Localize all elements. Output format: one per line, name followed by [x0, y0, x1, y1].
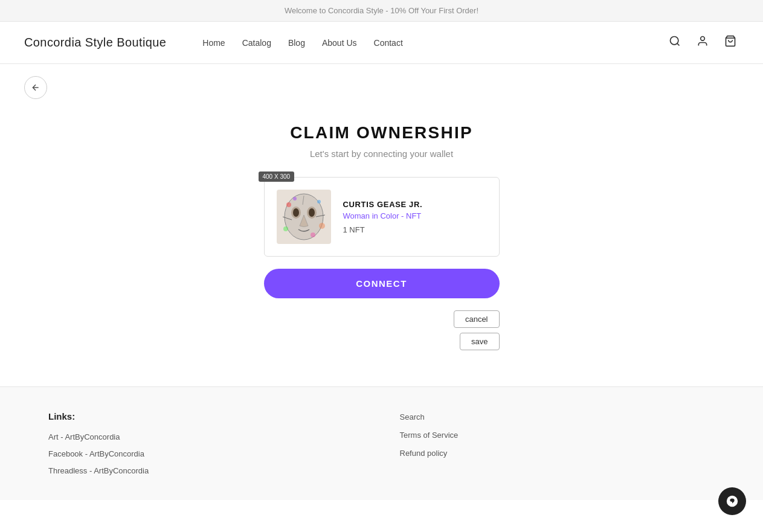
list-item: Art - ArtByConcordia — [48, 431, 364, 442]
svg-point-12 — [317, 200, 321, 204]
action-buttons: cancel save — [264, 310, 500, 350]
nav-home[interactable]: Home — [202, 38, 225, 48]
announcement-text: Welcome to Concordia Style - 10% Off You… — [285, 6, 478, 15]
footer-link-search[interactable]: Search — [400, 412, 425, 421]
nft-artist: CURTIS GEASE JR. — [343, 200, 423, 209]
site-footer: Links: Art - ArtByConcordia Facebook - A… — [0, 386, 763, 500]
footer-links-title: Links: — [48, 411, 364, 421]
announcement-bar: Welcome to Concordia Style - 10% Off You… — [0, 0, 763, 22]
arrow-left-icon — [31, 83, 40, 92]
svg-point-0 — [671, 37, 678, 45]
list-item: Search — [400, 411, 715, 422]
save-button[interactable]: save — [460, 333, 499, 350]
footer-link-facebook[interactable]: Facebook - ArtByConcordia — [48, 449, 144, 458]
nft-info: CURTIS GEASE JR. Woman in Color - NFT 1 … — [343, 200, 423, 234]
chat-icon — [726, 495, 739, 508]
search-icon — [669, 35, 681, 47]
site-logo: Concordia Style Boutique — [24, 36, 166, 50]
back-button-container — [0, 64, 763, 111]
back-button[interactable] — [24, 76, 47, 99]
search-button[interactable] — [666, 33, 683, 53]
main-nav: Home Catalog Blog About Us Contact — [202, 38, 666, 48]
chat-bubble[interactable] — [718, 487, 746, 515]
nav-catalog[interactable]: Catalog — [242, 38, 271, 48]
svg-point-14 — [283, 226, 288, 231]
nft-title: Woman in Color - NFT — [343, 211, 423, 220]
svg-point-8 — [293, 208, 299, 217]
svg-point-10 — [309, 208, 315, 217]
account-button[interactable] — [694, 33, 711, 53]
nav-blog[interactable]: Blog — [288, 38, 305, 48]
list-item: Threadless - ArtByConcordia — [48, 465, 364, 476]
nft-thumbnail — [277, 190, 331, 244]
list-item: Terms of Service — [400, 429, 715, 440]
nft-artwork — [277, 190, 331, 244]
main-content: CLAIM OWNERSHIP Let's start by connectin… — [0, 111, 763, 386]
user-icon — [697, 35, 709, 47]
cart-icon — [724, 35, 736, 47]
claim-subtitle: Let's start by connecting your wallet — [310, 149, 453, 159]
subtitle-text: Let's start by connecting your wallet — [310, 149, 453, 159]
footer-right-section: Search Terms of Service Refund policy — [400, 411, 715, 476]
page-title: CLAIM OWNERSHIP — [290, 123, 473, 143]
footer-link-threadless[interactable]: Threadless - ArtByConcordia — [48, 466, 149, 475]
list-item: Refund policy — [400, 447, 715, 458]
footer-right-list: Search Terms of Service Refund policy — [400, 411, 715, 458]
placeholder-badge: 400 X 300 — [259, 171, 295, 182]
header-icons — [666, 33, 739, 53]
svg-line-1 — [677, 43, 680, 46]
svg-point-11 — [286, 202, 291, 207]
nft-count: 1 NFT — [343, 225, 423, 234]
nft-card: 400 X 300 — [264, 177, 500, 257]
footer-links-list: Art - ArtByConcordia Facebook - ArtByCon… — [48, 431, 364, 476]
footer-link-refund[interactable]: Refund policy — [400, 449, 448, 458]
connect-button[interactable]: CONNECT — [264, 269, 500, 298]
site-header: Concordia Style Boutique Home Catalog Bl… — [0, 22, 763, 64]
svg-point-15 — [293, 197, 297, 200]
svg-point-13 — [319, 223, 325, 229]
nav-contact[interactable]: Contact — [374, 38, 403, 48]
footer-links-section: Links: Art - ArtByConcordia Facebook - A… — [48, 411, 364, 476]
list-item: Facebook - ArtByConcordia — [48, 448, 364, 459]
footer-link-terms[interactable]: Terms of Service — [400, 431, 459, 440]
nav-about[interactable]: About Us — [322, 38, 357, 48]
cancel-button[interactable]: cancel — [454, 310, 500, 328]
svg-point-16 — [311, 232, 315, 237]
footer-link-art[interactable]: Art - ArtByConcordia — [48, 432, 120, 441]
cart-button[interactable] — [722, 33, 739, 53]
svg-point-2 — [701, 37, 705, 41]
